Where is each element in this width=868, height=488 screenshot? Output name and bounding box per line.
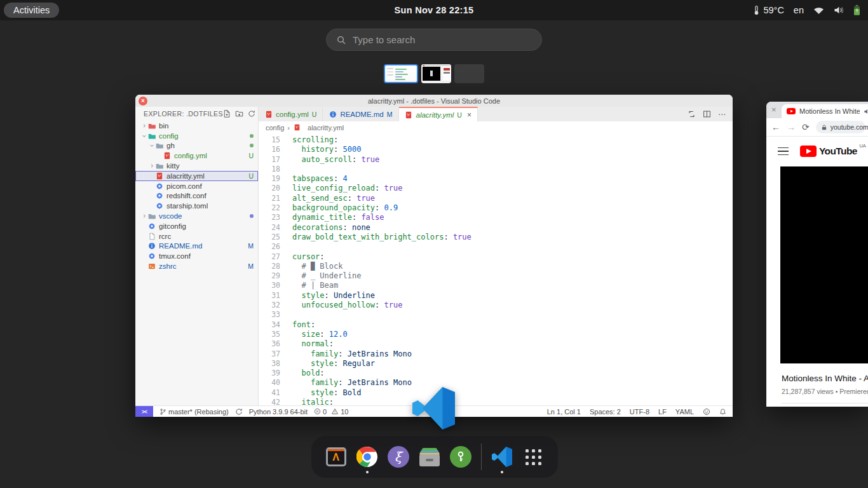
tree-item-zshrc[interactable]: zshrcM (135, 261, 258, 271)
code-line[interactable]: 37 family: JetBrains Mono (259, 349, 733, 359)
python-interpreter[interactable]: Python 3.9.9 64-bit (249, 408, 308, 416)
breadcrumb-file[interactable]: alacritty.yml (308, 124, 344, 132)
forward-button[interactable]: → (787, 122, 796, 132)
code-line[interactable]: 15scrolling: (259, 135, 733, 145)
code-line[interactable]: 33 (259, 310, 733, 320)
git-branch-status[interactable]: master* (Rebasing) (159, 408, 229, 416)
code-line[interactable]: 42 italic: (259, 398, 733, 405)
tree-item-gitconfig[interactable]: gitconfig (135, 221, 258, 231)
eol-sequence[interactable]: LF (658, 408, 667, 416)
feedback-button[interactable] (703, 408, 710, 416)
video-player[interactable] (780, 166, 868, 363)
code-line[interactable]: 20live_config_reload: true (259, 184, 733, 193)
tab-audio-icon[interactable] (864, 108, 868, 115)
clock[interactable]: Sun Nov 28 22:15 (0, 5, 868, 15)
tree-item-alacritty.yml[interactable]: alacritty.ymlU (135, 171, 258, 181)
dock-item-emacs[interactable]: ξ (383, 445, 414, 468)
tree-item-picom.conf[interactable]: picom.conf (135, 181, 258, 191)
code-line[interactable]: 36 normal: (259, 339, 733, 349)
code-line[interactable]: 34font: (259, 320, 733, 330)
breadcrumb[interactable]: config › alacritty.yml (259, 121, 733, 133)
code-line[interactable]: 28 # ▉ Block (259, 262, 733, 271)
wifi-icon[interactable] (813, 6, 824, 15)
youtube-logo[interactable]: YouTube UA (800, 146, 857, 157)
encoding[interactable]: UTF-8 (630, 408, 649, 416)
code-line[interactable]: 22background_opacity: 0.9 (259, 203, 733, 213)
breadcrumb-folder[interactable]: config (266, 124, 284, 132)
code-line[interactable]: 29 # _ Underline (259, 271, 733, 281)
volume-icon[interactable] (834, 6, 844, 15)
tree-item-rcrc[interactable]: rcrc (135, 231, 258, 241)
reload-button[interactable]: ⟳ (802, 122, 810, 132)
open-changes-icon[interactable] (688, 110, 696, 118)
line-number: 36 (259, 339, 280, 349)
search-input[interactable]: Type to search (326, 29, 542, 51)
code-line[interactable]: 23dynamic_title: false (259, 213, 733, 222)
tree-item-tmux.conf[interactable]: tmux.conf (135, 251, 258, 261)
code-line[interactable]: 21alt_send_esc: true (259, 194, 733, 203)
code-line[interactable]: 30 # | Beam (259, 281, 733, 290)
tree-item-gh[interactable]: gh (135, 141, 258, 151)
editor-tab-README.md[interactable]: README.mdM (323, 107, 398, 121)
code-line[interactable]: 35 size: 12.0 (259, 330, 733, 339)
dock-item-keepassxc[interactable] (445, 445, 476, 468)
workspace-thumbnail-empty[interactable] (454, 64, 484, 83)
code-line[interactable]: 39 bold: (259, 369, 733, 378)
code-line[interactable]: 27cursor: (259, 252, 733, 262)
code-line[interactable]: 16 history: 5000 (259, 145, 733, 154)
code-line[interactable]: 17 auto_scroll: true (259, 155, 733, 165)
new-folder-icon[interactable] (235, 110, 243, 118)
dock-item-app-grid[interactable] (518, 445, 549, 468)
dock-item-chrome[interactable] (351, 445, 383, 468)
notifications-button[interactable] (719, 408, 726, 416)
code-line[interactable]: 38 style: Regular (259, 359, 733, 369)
tree-item-config.yml[interactable]: config.ymlU (135, 151, 258, 161)
vscode-titlebar[interactable]: × alacritty.yml - .dotfiles - Visual Stu… (135, 95, 733, 107)
sync-button[interactable] (235, 408, 243, 416)
code-line[interactable]: 41 style: Bold (259, 388, 733, 398)
problems-status[interactable]: 0 10 (314, 408, 348, 416)
language-mode[interactable]: YAML (675, 408, 694, 416)
editor-more-actions-icon[interactable]: ⋯ (718, 110, 726, 119)
back-button[interactable]: ← (771, 122, 780, 132)
dock-item-alacritty[interactable]: Λ (320, 445, 351, 468)
code-line[interactable]: 24decorations: none (259, 223, 733, 233)
editor-tab-alacritty.yml[interactable]: alacritty.ymlU× (399, 107, 478, 121)
tree-item-bin[interactable]: bin (135, 121, 258, 131)
indentation[interactable]: Spaces: 2 (590, 408, 621, 416)
workspace-thumbnail-youtube[interactable] (421, 64, 451, 83)
code-line[interactable]: 25draw_bold_text_with_bright_colors: tru… (259, 233, 733, 242)
editor-tab-config.yml[interactable]: config.ymlU (259, 107, 323, 121)
code-editor[interactable]: 15scrolling:16 history: 500017 auto_scro… (259, 133, 733, 405)
tab-close-icon[interactable]: × (467, 111, 471, 119)
window-close-button[interactable]: × (139, 97, 147, 105)
refresh-icon[interactable] (248, 110, 255, 118)
tree-item-redshift.conf[interactable]: redshift.conf (135, 191, 258, 201)
tab-close-icon[interactable]: × (771, 105, 776, 114)
keyboard-layout[interactable]: en (794, 5, 804, 15)
new-file-icon[interactable] (223, 110, 231, 118)
workspace-thumbnail-active[interactable] (384, 64, 418, 83)
split-editor-icon[interactable] (703, 110, 711, 118)
dock-item-files[interactable] (414, 445, 445, 468)
menu-icon[interactable] (778, 147, 789, 156)
battery-charging-icon[interactable] (853, 5, 860, 15)
code-line[interactable]: 31 style: Underline (259, 291, 733, 301)
remote-indicator[interactable]: >< (135, 406, 153, 417)
address-bar[interactable]: youtube.com/wa (816, 121, 865, 133)
code-line[interactable]: 19tabspaces: 4 (259, 174, 733, 184)
cursor-position[interactable]: Ln 1, Col 1 (547, 408, 581, 416)
vscode-app-badge-icon[interactable] (412, 387, 455, 430)
code-line[interactable]: 18 (259, 165, 733, 174)
chrome-active-tab[interactable]: Motionless In White - / (782, 104, 868, 118)
tree-item-kitty[interactable]: kitty (135, 161, 258, 171)
code-line[interactable]: 40 family: JetBrains Mono (259, 378, 733, 388)
code-line[interactable]: 26 (259, 242, 733, 252)
temperature-indicator[interactable]: 59°C (752, 5, 783, 15)
dock-item-vscode[interactable] (487, 445, 518, 468)
code-line[interactable]: 32 unfocused_hollow: true (259, 301, 733, 310)
tree-item-README.md[interactable]: README.mdM (135, 241, 258, 252)
tree-item-config[interactable]: config (135, 131, 258, 141)
tree-item-vscode[interactable]: vscode (135, 211, 258, 221)
tree-item-starship.toml[interactable]: starship.toml (135, 201, 258, 211)
